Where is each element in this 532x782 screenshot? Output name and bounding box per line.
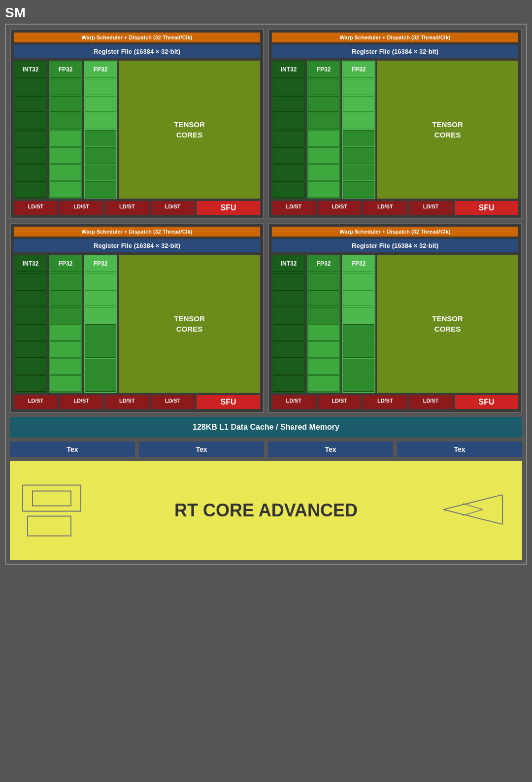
fp32a-col-2: FP32: [49, 255, 82, 393]
tex-0: Tex: [10, 442, 135, 457]
fp32a-col-3: FP32: [307, 255, 340, 393]
tensor-label-2: TENSORCORES: [174, 313, 205, 334]
ldst-0-2: LD/ST: [105, 201, 149, 215]
tensor-col-3: TENSORCORES: [377, 255, 518, 393]
warp-scheduler-0: Warp Scheduler + Dispatch (32 Thread/Clk…: [14, 33, 260, 42]
tensor-col-2: TENSORCORES: [119, 255, 260, 393]
ldst-2-1: LD/ST: [60, 395, 103, 409]
sm-label: SM: [5, 5, 527, 21]
ldst-1-2: LD/ST: [363, 201, 407, 215]
ldst-0-1: LD/ST: [60, 201, 103, 215]
ldst-0-0: LD/ST: [14, 201, 58, 215]
ldst-3-1: LD/ST: [318, 395, 362, 409]
tensor-col-1: TENSORCORES: [377, 61, 518, 199]
sfu-0: SFU: [197, 201, 260, 215]
warp-scheduler-2: Warp Scheduler + Dispatch (32 Thread/Clk…: [14, 227, 260, 237]
fp32b-col-1: FP32: [342, 61, 375, 199]
tensor-col-0: TENSORCORES: [119, 61, 260, 199]
ldst-2-2: LD/ST: [105, 395, 149, 409]
int32-label-2: INT32: [23, 260, 39, 267]
quadrant-grid: Warp Scheduler + Dispatch (32 Thread/Clk…: [10, 29, 522, 413]
ldst-3-0: LD/ST: [272, 395, 316, 409]
quadrant-1: Warp Scheduler + Dispatch (32 Thread/Clk…: [268, 29, 522, 219]
int32-label-1: INT32: [281, 66, 297, 73]
main-container: Warp Scheduler + Dispatch (32 Thread/Clk…: [5, 24, 527, 565]
quadrant-2: Warp Scheduler + Dispatch (32 Thread/Clk…: [10, 223, 264, 413]
fp32b-col-2: FP32: [84, 255, 117, 393]
rt-decoration-left: [22, 485, 81, 537]
ldst-3-2: LD/ST: [363, 395, 407, 409]
register-file-1: Register File (16384 × 32-bit): [272, 45, 518, 58]
fp32a-col-1: FP32: [307, 61, 340, 199]
int32-col-1: INT32: [272, 61, 305, 199]
register-file-3: Register File (16384 × 32-bit): [272, 239, 518, 252]
tex-1: Tex: [139, 442, 264, 457]
bottom-row-3: LD/ST LD/ST LD/ST LD/ST SFU: [272, 395, 518, 409]
tex-2: Tex: [268, 442, 393, 457]
tex-row: Tex Tex Tex Tex: [10, 442, 522, 457]
bottom-row-2: LD/ST LD/ST LD/ST LD/ST SFU: [14, 395, 260, 409]
fp32b-col-0: FP32: [84, 61, 117, 199]
cores-area-3: INT32 FP32: [272, 255, 518, 393]
cores-area-2: INT32 FP32: [14, 255, 260, 393]
warp-scheduler-1: Warp Scheduler + Dispatch (32 Thread/Clk…: [272, 33, 518, 42]
int32-label-3: INT32: [281, 260, 297, 267]
l1-cache: 128KB L1 Data Cache / Shared Memory: [10, 417, 522, 438]
fp32a-label-2: FP32: [59, 260, 73, 267]
svg-line-4: [463, 510, 483, 515]
svg-line-3: [463, 504, 483, 510]
fp32b-label-3: FP32: [352, 260, 366, 267]
svg-line-0: [443, 495, 502, 510]
ldst-0-3: LD/ST: [151, 201, 195, 215]
sfu-3: SFU: [455, 395, 518, 409]
tensor-label-3: TENSORCORES: [432, 313, 463, 334]
fp32a-label-3: FP32: [317, 260, 331, 267]
ldst-2-0: LD/ST: [14, 395, 58, 409]
rt-core: RT CORE ADVANCED: [10, 461, 522, 560]
bottom-row-0: LD/ST LD/ST LD/ST LD/ST SFU: [14, 201, 260, 215]
ldst-2-3: LD/ST: [151, 395, 195, 409]
int32-label-0: INT32: [23, 66, 39, 73]
register-file-2: Register File (16384 × 32-bit): [14, 239, 260, 252]
fp32a-col-0: FP32: [49, 61, 82, 199]
ldst-1-3: LD/ST: [409, 201, 453, 215]
tensor-label-1: TENSORCORES: [432, 119, 463, 140]
rt-decoration-right: [438, 485, 507, 536]
quadrant-0: Warp Scheduler + Dispatch (32 Thread/Clk…: [10, 29, 264, 219]
ldst-3-3: LD/ST: [409, 395, 453, 409]
fp32b-label-0: FP32: [94, 66, 108, 73]
int32-col-3: INT32: [272, 255, 305, 393]
sfu-1: SFU: [455, 201, 518, 215]
rt-core-label: RT CORE ADVANCED: [174, 500, 358, 521]
int32-col-2: INT32: [14, 255, 47, 393]
ldst-1-1: LD/ST: [318, 201, 362, 215]
tensor-label-0: TENSORCORES: [174, 119, 205, 140]
fp32b-label-1: FP32: [352, 66, 366, 73]
tex-3: Tex: [397, 442, 522, 457]
ldst-1-0: LD/ST: [272, 201, 316, 215]
quadrant-3: Warp Scheduler + Dispatch (32 Thread/Clk…: [268, 223, 522, 413]
fp32a-label-1: FP32: [317, 66, 331, 73]
bottom-row-1: LD/ST LD/ST LD/ST LD/ST SFU: [272, 201, 518, 215]
svg-line-1: [443, 510, 502, 524]
cores-area-0: INT32 FP32: [14, 61, 260, 199]
fp32b-label-2: FP32: [94, 260, 108, 267]
int32-col-0: INT32: [14, 61, 47, 199]
register-file-0: Register File (16384 × 32-bit): [14, 45, 260, 58]
cores-area-1: INT32 FP32: [272, 61, 518, 199]
warp-scheduler-3: Warp Scheduler + Dispatch (32 Thread/Clk…: [272, 227, 518, 237]
fp32a-label-0: FP32: [59, 66, 73, 73]
sfu-2: SFU: [197, 395, 260, 409]
fp32b-col-3: FP32: [342, 255, 375, 393]
